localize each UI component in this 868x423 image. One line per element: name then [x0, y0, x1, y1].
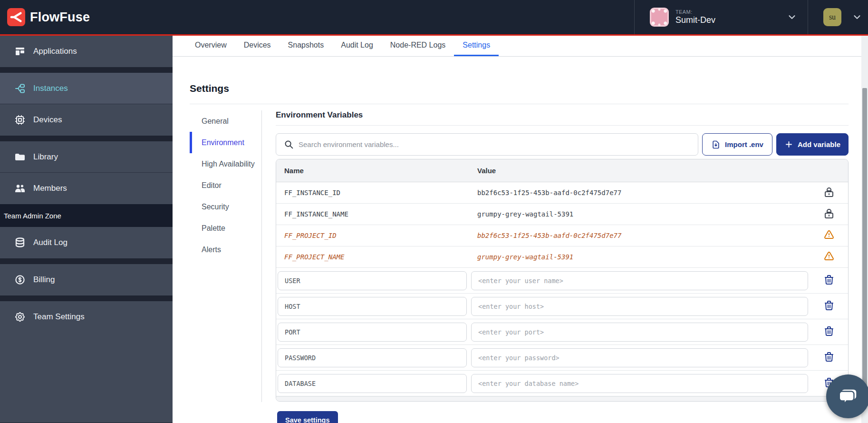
flowfuse-logo-icon — [7, 8, 25, 26]
env-name-input[interactable] — [278, 323, 467, 342]
devices-icon — [14, 114, 26, 126]
subnav-item-alerts[interactable]: Alerts — [190, 239, 261, 260]
team-label: TEAM: — [675, 9, 715, 15]
subnav-item-security[interactable]: Security — [190, 196, 261, 217]
env-name: FF_PROJECT_ID — [276, 232, 471, 239]
tab-audit-log[interactable]: Audit Log — [332, 36, 382, 56]
tab-settings[interactable]: Settings — [454, 36, 499, 56]
tab-devices[interactable]: Devices — [235, 36, 280, 56]
tab-snapshots[interactable]: Snapshots — [280, 36, 333, 56]
delete-variable-button[interactable] — [822, 273, 836, 288]
sidebar-group: Audit Log — [0, 227, 173, 258]
chat-icon — [837, 385, 859, 407]
env-editable-row — [276, 319, 848, 345]
save-settings-button[interactable]: Save settings — [277, 411, 338, 423]
env-name-input[interactable] — [278, 297, 467, 316]
env-name-input[interactable] — [278, 348, 467, 367]
sidebar-item-applications[interactable]: Applications — [0, 36, 173, 67]
library-icon — [14, 151, 26, 163]
sidebar-item-label: Team Settings — [33, 312, 85, 322]
env-name: FF_PROJECT_NAME — [276, 253, 471, 261]
brand-name: FlowFuse — [30, 10, 90, 25]
env-name-input[interactable] — [278, 374, 467, 393]
env-editable-row — [276, 345, 848, 371]
env-value-input[interactable] — [471, 374, 808, 393]
delete-variable-button[interactable] — [822, 350, 836, 365]
billing-icon — [14, 274, 26, 285]
sidebar-item-label: Applications — [33, 47, 77, 56]
sidebar-group: Billing — [0, 264, 173, 295]
chevron-down-icon — [852, 12, 862, 22]
sidebar-group-gap — [0, 258, 173, 264]
sidebar-item-label: Devices — [33, 115, 62, 125]
env-readonly-row: FF_INSTANCE_IDbb2f6c53-1f25-453b-aafd-0c… — [276, 182, 848, 204]
sidebar-item-label: Members — [33, 184, 67, 193]
search-box — [276, 133, 698, 156]
env-value-input[interactable] — [471, 297, 808, 316]
env-value: grumpy-grey-wagtail-5391 — [471, 253, 810, 261]
sidebar-item-library[interactable]: Library — [0, 141, 173, 173]
user-avatar: su — [823, 8, 841, 26]
subnav-item-general[interactable]: General — [190, 110, 261, 132]
scrollbar-thumb[interactable] — [862, 88, 867, 402]
delete-variable-button[interactable] — [822, 325, 836, 339]
chat-widget-button[interactable] — [826, 374, 868, 418]
column-header-value: Value — [471, 167, 810, 175]
subnav-item-palette[interactable]: Palette — [190, 217, 261, 239]
subnav-item-editor[interactable]: Editor — [190, 175, 261, 196]
team-settings-icon — [14, 311, 26, 323]
env-value: grumpy-grey-wagtail-5391 — [471, 210, 810, 218]
team-avatar — [650, 8, 669, 27]
heading-divider — [276, 125, 849, 126]
sidebar-item-label: Audit Log — [33, 238, 68, 247]
sidebar-item-instances[interactable]: Instances — [0, 73, 173, 104]
env-value: bb2f6c53-1f25-453b-aafd-0c2f475d7e77 — [471, 232, 810, 239]
team-admin-zone-label: Team Admin Zone — [0, 204, 173, 227]
add-variable-button[interactable]: Add variable — [776, 133, 849, 156]
sidebar-item-devices[interactable]: Devices — [0, 104, 173, 136]
sidebar-group: LibraryMembers — [0, 141, 173, 204]
sidebar-group: Team Settings — [0, 301, 173, 333]
brand[interactable]: FlowFuse — [0, 8, 90, 26]
tab-overview[interactable]: Overview — [186, 36, 235, 56]
trash-icon — [823, 351, 835, 364]
env-value-input[interactable] — [471, 323, 808, 342]
lock-icon — [823, 208, 835, 221]
env-variables-table: Name Value FF_INSTANCE_IDbb2f6c53-1f25-4… — [276, 159, 849, 402]
trash-icon — [823, 274, 835, 287]
sidebar-item-billing[interactable]: Billing — [0, 264, 173, 295]
tab-node-red-logs[interactable]: Node-RED Logs — [382, 36, 454, 56]
env-name-input[interactable] — [278, 271, 467, 290]
warning-icon — [823, 229, 835, 242]
sidebar-group: InstancesDevices — [0, 73, 173, 136]
search-input[interactable] — [299, 134, 698, 155]
import-env-button[interactable]: Import .env — [702, 133, 772, 156]
env-value-input[interactable] — [471, 348, 808, 367]
sidebar-item-team-settings[interactable]: Team Settings — [0, 301, 173, 333]
sidebar-item-audit-log[interactable]: Audit Log — [0, 227, 173, 258]
delete-variable-button[interactable] — [822, 299, 836, 314]
audit-log-icon — [14, 237, 26, 248]
team-selector[interactable]: TEAM: Sumit-Dev — [635, 0, 808, 34]
warning-icon — [823, 251, 835, 264]
sidebar-item-label: Billing — [33, 275, 55, 285]
sidebar-item-label: Instances — [33, 84, 68, 93]
subnav-item-environment[interactable]: Environment — [190, 132, 261, 153]
main-area: OverviewDevicesSnapshotsAudit LogNode-RE… — [173, 36, 861, 423]
sidebar-item-members[interactable]: Members — [0, 173, 173, 204]
title-divider — [190, 104, 849, 104]
instances-icon — [14, 83, 26, 94]
env-readonly-row: FF_PROJECT_IDbb2f6c53-1f25-453b-aafd-0c2… — [276, 225, 848, 246]
page-scrollbar[interactable] — [861, 36, 868, 423]
settings-subnav: GeneralEnvironmentHigh AvailabilityEdito… — [190, 110, 261, 260]
applications-icon — [14, 46, 26, 57]
trash-icon — [823, 325, 835, 338]
members-icon — [14, 183, 26, 194]
subnav-item-high-availability[interactable]: High Availability — [190, 153, 261, 175]
env-editable-row — [276, 294, 848, 319]
env-toolbar: Import .env Add variable — [276, 133, 849, 156]
settings-content: Environment Variables Import .env Add va… — [276, 110, 849, 423]
search-icon — [284, 139, 294, 149]
env-value-input[interactable] — [471, 271, 808, 290]
user-menu[interactable]: su — [808, 8, 868, 26]
